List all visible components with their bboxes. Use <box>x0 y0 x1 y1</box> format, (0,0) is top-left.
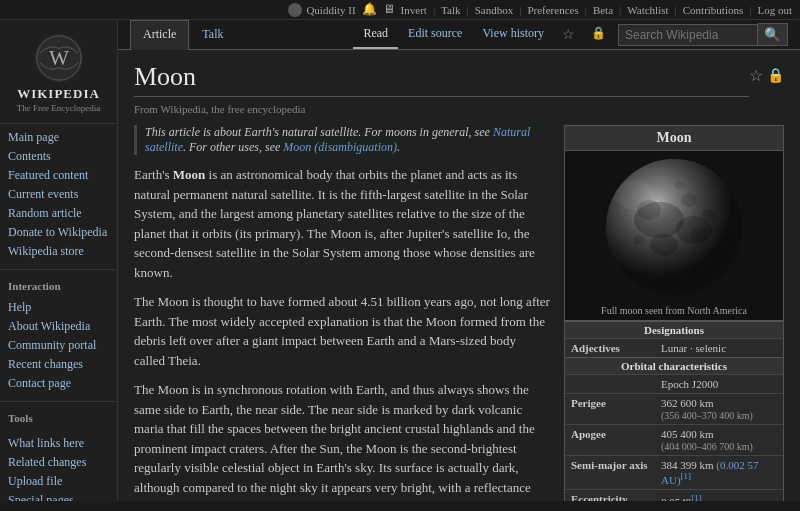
infobox-value-eccentricity: 0.0549[1] <box>655 490 783 501</box>
svg-point-8 <box>633 235 645 245</box>
tab-spacer <box>236 20 353 49</box>
favorite-star[interactable]: ☆ <box>749 66 763 85</box>
topbar-link-sandbox[interactable]: Sandbox <box>475 4 514 16</box>
sidebar-item-about[interactable]: About Wikipedia <box>0 317 117 336</box>
infobox-label-adjectives: Adjectives <box>565 339 655 357</box>
sidebar-tools: What links here Related changes Upload f… <box>0 430 117 501</box>
article-title: Moon <box>134 62 749 97</box>
sidebar-logo: W Wikipedia The Free Encyclopedia <box>0 24 117 124</box>
site-subtitle: The Free Encyclopedia <box>17 103 100 113</box>
infobox-label-apogee: Apogee <box>565 425 655 455</box>
infobox-image: Full moon seen from North America <box>565 151 783 321</box>
top-bar: Quiddity II 🔔 🖥 Invert | Talk | Sandbox … <box>0 0 800 20</box>
monitor-icon[interactable]: 🖥 <box>383 2 395 17</box>
article-content-area: Moon From Wikipedia, the free encycloped… <box>118 50 800 501</box>
tab-read[interactable]: Read <box>353 20 398 49</box>
infobox-caption: Full moon seen from North America <box>569 305 779 316</box>
main-content: Article Talk Read Edit source View histo… <box>118 20 800 501</box>
article-body: Moon <box>134 125 784 501</box>
infobox-title: Moon <box>565 126 783 151</box>
sidebar-item-random-article[interactable]: Random article <box>0 204 117 223</box>
infobox-label-epoch <box>565 375 655 393</box>
read-tabs: Read Edit source View history ☆ 🔒 <box>353 20 614 49</box>
topbar-link-logout[interactable]: Log out <box>757 4 792 16</box>
svg-point-9 <box>674 181 684 189</box>
infobox-row-semi-major: Semi-major axis 384 399 km (0.002 57 AU)… <box>565 455 783 489</box>
infobox-value-perigee: 362 600 km(356 400–370 400 km) <box>655 394 783 424</box>
layout: W Wikipedia The Free Encyclopedia Main p… <box>0 20 800 501</box>
sidebar-item-help[interactable]: Help <box>0 298 117 317</box>
sidebar-item-related-changes[interactable]: Related changes <box>0 453 117 472</box>
sidebar-item-featured-content[interactable]: Featured content <box>0 166 117 185</box>
sidebar: W Wikipedia The Free Encyclopedia Main p… <box>0 20 118 501</box>
sidebar-item-recent-changes[interactable]: Recent changes <box>0 355 117 374</box>
infobox-section-designations: Designations <box>565 321 783 338</box>
topbar-link-talk[interactable]: Talk <box>441 4 460 16</box>
search-button[interactable]: 🔍 <box>758 23 788 46</box>
sidebar-item-what-links[interactable]: What links here <box>0 434 117 453</box>
article-tabs-bar: Article Talk Read Edit source View histo… <box>118 20 800 50</box>
infobox: Moon <box>564 125 784 501</box>
infobox-row-epoch: Epoch J2000 <box>565 374 783 393</box>
infobox-value-apogee: 405 400 km(404 000–406 700 km) <box>655 425 783 455</box>
username[interactable]: Quiddity II <box>306 4 355 16</box>
sidebar-item-store[interactable]: Wikipedia store <box>0 242 117 261</box>
topbar-link-beta[interactable]: Beta <box>593 4 613 16</box>
tab-edit-source[interactable]: Edit source <box>398 20 472 49</box>
search-box: 🔍 <box>618 20 788 49</box>
infobox-row-apogee: Apogee 405 400 km(404 000–406 700 km) <box>565 424 783 455</box>
infobox-label-semi-major: Semi-major axis <box>565 456 655 489</box>
svg-point-13 <box>614 180 654 210</box>
star-button[interactable]: ☆ <box>554 20 583 49</box>
sidebar-tools-label: Tools <box>0 406 117 426</box>
link-moon-disambiguation[interactable]: Moon (disambiguation) <box>283 140 397 154</box>
wikipedia-logo: W <box>35 34 83 82</box>
tab-talk[interactable]: Talk <box>189 20 236 50</box>
infobox-row-eccentricity: Eccentricity 0.0549[1] <box>565 489 783 501</box>
tab-view-history[interactable]: View history <box>472 20 554 49</box>
svg-text:W: W <box>49 46 69 70</box>
bell-icon[interactable]: 🔔 <box>362 2 377 17</box>
infobox-label-eccentricity: Eccentricity <box>565 490 655 501</box>
infobox-value-adjectives: Lunar · selenic <box>655 339 783 357</box>
user-icon <box>288 3 302 17</box>
topbar-link-watchlist[interactable]: Watchlist <box>627 4 668 16</box>
infobox-label-perigee: Perigee <box>565 394 655 424</box>
sidebar-item-current-events[interactable]: Current events <box>0 185 117 204</box>
infobox-value-epoch: Epoch J2000 <box>655 375 783 393</box>
svg-point-12 <box>676 216 712 244</box>
sidebar-item-contents[interactable]: Contents <box>0 147 117 166</box>
sidebar-item-upload-file[interactable]: Upload file <box>0 472 117 491</box>
moon-image <box>579 155 769 300</box>
infobox-row-adjectives: Adjectives Lunar · selenic <box>565 338 783 357</box>
topbar-link-invert[interactable]: Invert <box>401 4 427 16</box>
sidebar-divider-2 <box>0 401 117 402</box>
infobox-section-orbital: Orbital characteristics <box>565 357 783 374</box>
wikipedia-logo-svg: W <box>35 33 83 83</box>
search-input[interactable] <box>618 24 758 46</box>
sidebar-item-community-portal[interactable]: Community portal <box>0 336 117 355</box>
infobox-value-semi-major: 384 399 km (0.002 57 AU)[1] <box>655 456 783 489</box>
page-options-icon[interactable]: 🔒 <box>767 67 784 84</box>
sidebar-item-main-page[interactable]: Main page <box>0 128 117 147</box>
sidebar-nav: Main page Contents Featured content Curr… <box>0 124 117 265</box>
tab-article[interactable]: Article <box>130 20 189 50</box>
topbar-link-preferences[interactable]: Preferences <box>527 4 578 16</box>
sidebar-divider-1 <box>0 269 117 270</box>
svg-point-5 <box>681 193 697 207</box>
article-tagline: From Wikipedia, the free encyclopedia <box>134 103 749 115</box>
sidebar-item-special-pages[interactable]: Special pages <box>0 491 117 501</box>
sidebar-interaction: Help About Wikipedia Community portal Re… <box>0 294 117 397</box>
sidebar-item-donate[interactable]: Donate to Wikipedia <box>0 223 117 242</box>
sidebar-item-contact[interactable]: Contact page <box>0 374 117 393</box>
user-menu[interactable]: Quiddity II <box>288 3 355 17</box>
lock-icon[interactable]: 🔒 <box>583 20 614 49</box>
sidebar-interaction-label: Interaction <box>0 274 117 294</box>
site-title: Wikipedia <box>17 86 100 102</box>
topbar-link-contributions[interactable]: Contributions <box>683 4 744 16</box>
infobox-row-perigee: Perigee 362 600 km(356 400–370 400 km) <box>565 393 783 424</box>
